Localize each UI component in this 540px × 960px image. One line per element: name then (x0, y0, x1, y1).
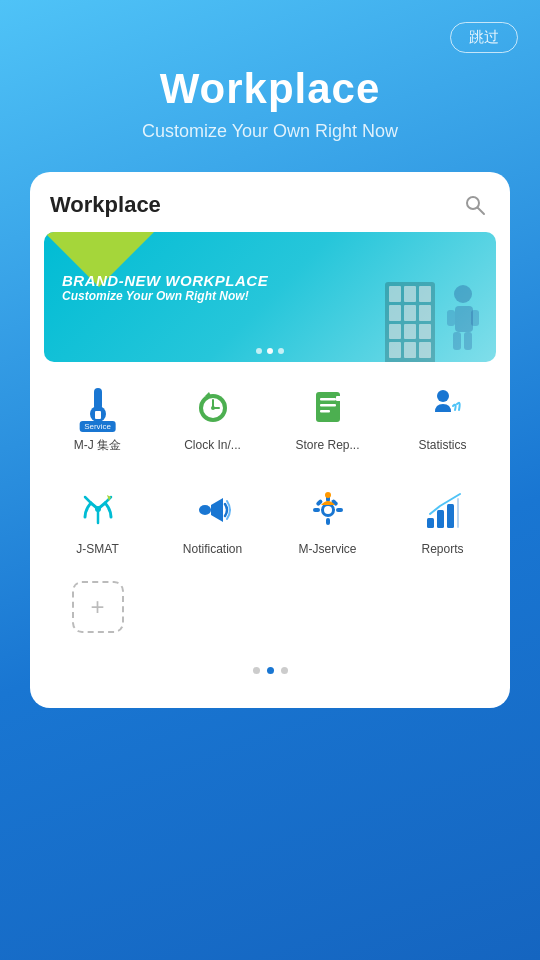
svg-rect-33 (427, 518, 434, 528)
app-label-reports: Reports (421, 542, 463, 556)
svg-rect-4 (453, 332, 461, 350)
search-button[interactable] (460, 190, 490, 220)
page-dot-2 (267, 667, 274, 674)
search-icon (464, 194, 486, 216)
app-label-jsmat: J-SMAT (76, 542, 118, 556)
service-badge: Service (79, 421, 116, 432)
svg-rect-35 (447, 504, 454, 528)
page-dot-1 (253, 667, 260, 674)
skip-button[interactable]: 跳过 (450, 22, 518, 53)
svg-point-2 (454, 285, 472, 303)
svg-point-25 (324, 506, 332, 514)
banner-dot-2 (267, 348, 273, 354)
svg-point-32 (325, 492, 331, 498)
app-label-clockin: Clock In/... (184, 438, 241, 452)
app-item-clockin[interactable]: Clock In/... (155, 370, 270, 462)
building-illustration (385, 282, 435, 362)
page-dot-3 (281, 667, 288, 674)
header-subtitle: Customize Your Own Right Now (0, 121, 540, 142)
svg-rect-5 (464, 332, 472, 350)
app-label-statistics: Statistics (418, 438, 466, 452)
svg-rect-19 (320, 410, 330, 413)
app-grid-row2: J-SMAT Notification (30, 466, 510, 570)
banner-illustration (385, 282, 486, 362)
reports-icon (417, 484, 469, 536)
svg-rect-27 (326, 518, 330, 525)
app-item-statistics[interactable]: Statistics (385, 370, 500, 462)
jsmat-icon (72, 484, 124, 536)
app-item-add[interactable]: + (40, 571, 155, 649)
header-area: Workplace Customize Your Own Right Now (0, 0, 540, 142)
card-header: Workplace (30, 190, 510, 232)
svg-rect-29 (336, 508, 343, 512)
svg-rect-7 (471, 310, 479, 326)
card-title: Workplace (50, 192, 161, 218)
add-row: + (30, 571, 510, 653)
app-label-notification: Notification (183, 542, 242, 556)
header-title: Workplace (0, 65, 540, 113)
svg-rect-36 (457, 498, 459, 528)
add-plus: + (90, 593, 104, 621)
app-item-notification[interactable]: Notification (155, 474, 270, 566)
app-label-mj: M-J 集金 (74, 438, 121, 452)
svg-rect-17 (320, 398, 336, 401)
notification-icon (187, 484, 239, 536)
banner-dot-3 (278, 348, 284, 354)
mjservice-icon (302, 484, 354, 536)
storerep-icon (302, 380, 354, 432)
banner-text: Brand-new Workplace Customize Your Own R… (62, 272, 268, 303)
page-dots (30, 667, 510, 674)
app-grid-row1: Service M-J 集金 Clock In/... (30, 362, 510, 466)
mj-icon: Service (72, 380, 124, 432)
add-button[interactable]: + (72, 581, 124, 633)
clockin-icon (187, 380, 239, 432)
svg-line-1 (478, 208, 485, 215)
svg-rect-20 (336, 396, 341, 401)
banner: Brand-new Workplace Customize Your Own R… (44, 232, 496, 362)
svg-rect-6 (447, 310, 455, 326)
svg-rect-10 (95, 411, 101, 419)
app-item-storerep[interactable]: Store Rep... (270, 370, 385, 462)
svg-rect-18 (320, 404, 336, 407)
banner-dot-1 (256, 348, 262, 354)
svg-rect-28 (313, 508, 320, 512)
app-item-mjservice[interactable]: M-Jservice (270, 474, 385, 566)
person-illustration (441, 282, 486, 362)
app-item-reports[interactable]: Reports (385, 474, 500, 566)
workplace-card: Workplace Brand-new Workplace Customize … (30, 172, 510, 708)
svg-rect-34 (437, 510, 444, 528)
svg-point-15 (211, 406, 215, 410)
app-label-mjservice: M-Jservice (298, 542, 356, 556)
svg-rect-30 (315, 499, 323, 507)
banner-title: Brand-new Workplace (62, 272, 268, 289)
svg-point-23 (199, 505, 211, 515)
app-item-mj[interactable]: Service M-J 集金 (40, 370, 155, 462)
svg-point-22 (95, 506, 101, 512)
svg-point-21 (437, 390, 449, 402)
svg-rect-3 (455, 306, 473, 332)
app-item-jsmat[interactable]: J-SMAT (40, 474, 155, 566)
banner-subtitle: Customize Your Own Right Now! (62, 289, 268, 303)
add-icon: + (72, 581, 124, 633)
app-label-storerep: Store Rep... (295, 438, 359, 452)
statistics-icon (417, 380, 469, 432)
